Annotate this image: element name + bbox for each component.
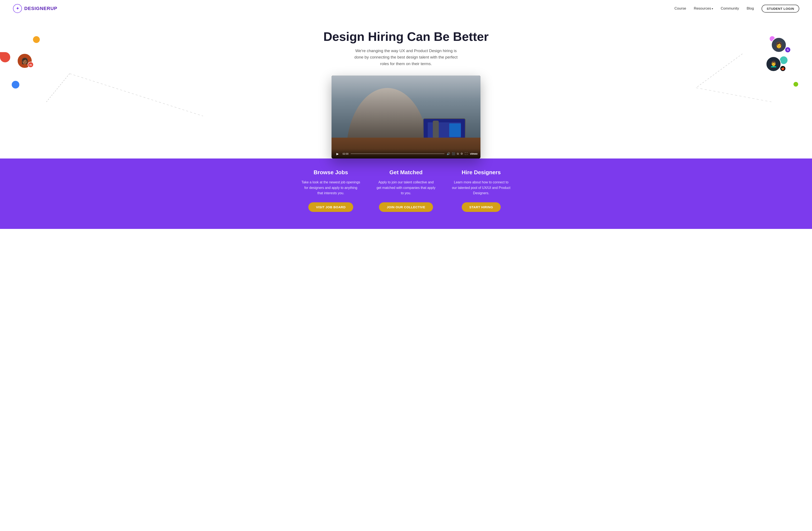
avatar-s: 👩: [771, 37, 786, 53]
join-collective-button[interactable]: JOIN OUR COLLECTIVE: [379, 202, 433, 212]
hero-title: Design Hiring Can Be Better: [4, 30, 808, 43]
video-time: 02:00: [343, 152, 349, 155]
hero-subtitle: We're changing the way UX and Product De…: [351, 48, 461, 67]
avatar-hat-badge: 🍎: [780, 65, 786, 72]
feature-hire-designers-title: Hire Designers: [448, 169, 514, 176]
nav-blog[interactable]: Blog: [747, 6, 754, 11]
fullscreen-icon[interactable]: ⛶: [465, 152, 467, 155]
feature-get-matched: Get Matched Apply to join our talent col…: [373, 169, 439, 212]
feature-browse-jobs: Browse Jobs Take a look at the newest jo…: [298, 169, 364, 212]
avatar-hat: 👨‍🦱: [766, 56, 781, 72]
logo-icon: ✦: [13, 4, 22, 13]
visit-job-board-button[interactable]: VISIT JOB BOARD: [308, 202, 353, 212]
features-grid: Browse Jobs Take a look at the newest jo…: [289, 169, 523, 212]
svg-text:✦: ✦: [16, 6, 19, 11]
navbar: ✦ DESIGNERUP Course Resources Community …: [0, 0, 812, 17]
feature-browse-jobs-title: Browse Jobs: [298, 169, 364, 176]
video-inner: [332, 75, 480, 159]
feature-get-matched-title: Get Matched: [373, 169, 439, 176]
student-login-button[interactable]: STUDENT LOGIN: [762, 5, 799, 13]
avatar-m-badge: m: [28, 62, 34, 68]
progress-bar[interactable]: [351, 153, 445, 154]
svg-line-4: [696, 54, 742, 88]
video-placeholder: 02:00 🔊 ⬛ ⧉ ⚙ ⛶ vimeo: [332, 75, 480, 159]
captions-icon[interactable]: ⬛: [452, 152, 455, 155]
decorative-dot-blue: [12, 81, 19, 89]
svg-line-5: [696, 88, 771, 102]
vimeo-logo: vimeo: [470, 152, 478, 155]
settings-icon[interactable]: ⚙: [461, 152, 463, 155]
volume-icon[interactable]: 🔊: [447, 152, 450, 155]
hero-section: 👩🏾 m 👩 S 👨‍🦱 🍎 Design Hiring Can Be Bett…: [0, 17, 812, 159]
video-controls: 02:00 🔊 ⬛ ⧉ ⚙ ⛶ vimeo: [332, 149, 480, 159]
nav-community[interactable]: Community: [721, 6, 739, 11]
nav-resources[interactable]: Resources: [694, 6, 713, 11]
feature-hire-designers: Hire Designers Learn more about how to c…: [448, 169, 514, 212]
logo[interactable]: ✦ DESIGNERUP: [13, 4, 57, 13]
feature-get-matched-desc: Apply to join our talent collective and …: [376, 179, 436, 196]
avatar-s-badge: S: [785, 47, 791, 53]
feature-browse-jobs-desc: Take a look at the newest job openings f…: [301, 179, 361, 196]
control-icons: 🔊 ⬛ ⧉ ⚙ ⛶ vimeo: [447, 152, 478, 156]
start-hiring-button[interactable]: START HIRING: [462, 202, 501, 212]
nav-course[interactable]: Course: [675, 6, 686, 11]
svg-line-3: [46, 74, 70, 102]
decorative-dot-orange: [33, 36, 40, 43]
nav-links: Course Resources Community Blog STUDENT …: [675, 5, 799, 13]
feature-hire-designers-desc: Learn more about how to connect to our t…: [451, 179, 511, 196]
video-container: 02:00 🔊 ⬛ ⧉ ⚙ ⛶ vimeo: [332, 75, 480, 159]
svg-line-2: [70, 74, 203, 116]
decorative-dot-red: [0, 52, 10, 62]
logo-text: DESIGNERUP: [24, 6, 57, 11]
decorative-dot-green: [794, 82, 798, 87]
pip-icon[interactable]: ⧉: [457, 152, 459, 156]
play-button[interactable]: [334, 151, 340, 157]
